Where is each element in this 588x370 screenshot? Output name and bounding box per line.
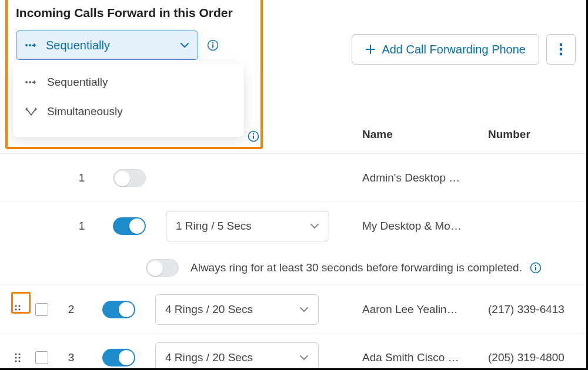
svg-point-25 <box>18 356 20 358</box>
info-icon[interactable] <box>247 130 260 143</box>
svg-point-19 <box>18 308 20 310</box>
row-number: (217) 339-6413 <box>488 303 564 316</box>
row-checkbox[interactable] <box>35 351 48 364</box>
svg-point-0 <box>25 44 28 46</box>
forwarding-rows: 1 Admin's Desktop … 1 1 Ring / 5 Secs My… <box>0 154 586 370</box>
svg-rect-4 <box>212 45 213 48</box>
svg-point-9 <box>29 81 31 83</box>
svg-point-1 <box>29 44 31 46</box>
svg-point-23 <box>18 353 20 355</box>
row-number: (205) 319-4800 <box>488 351 564 364</box>
order-number: 3 <box>56 351 86 364</box>
ring-duration-select[interactable]: 1 Ring / 5 Secs <box>166 211 329 241</box>
always-ring-toggle[interactable] <box>146 259 179 277</box>
drag-handle-icon[interactable] <box>14 352 27 363</box>
svg-point-16 <box>15 305 16 307</box>
svg-point-20 <box>15 312 16 314</box>
kebab-icon <box>559 43 563 56</box>
call-forwarding-panel: Incoming Calls Forward in this Order Seq… <box>0 0 588 370</box>
active-toggle[interactable] <box>102 301 135 318</box>
svg-point-6 <box>560 48 563 51</box>
forward-mode-dropdown: Sequentially Simultaneously <box>13 64 243 137</box>
order-number: 1 <box>67 220 96 233</box>
forward-mode-select[interactable]: Sequentially <box>16 31 198 60</box>
table-row: 1 Admin's Desktop … <box>0 154 586 202</box>
column-number: Number <box>488 128 530 141</box>
chevron-down-icon <box>299 307 309 312</box>
ring-duration-value: 4 Rings / 20 Secs <box>165 351 253 364</box>
ring-duration-select[interactable]: 4 Rings / 20 Secs <box>155 294 319 325</box>
info-icon[interactable] <box>206 39 219 52</box>
ring-duration-value: 4 Rings / 20 Secs <box>165 303 253 316</box>
ring-duration-select[interactable]: 4 Rings / 20 Secs <box>155 342 319 370</box>
add-call-forwarding-button[interactable]: Add Call Forwarding Phone <box>352 34 539 65</box>
chevron-down-icon <box>310 223 319 229</box>
order-number: 1 <box>67 171 96 184</box>
svg-point-26 <box>15 360 16 362</box>
svg-point-3 <box>212 42 213 43</box>
section-title: Incoming Calls Forward in this Order <box>16 6 574 20</box>
table-row: 1 1 Ring / 5 Secs My Desktop & Mo… <box>0 202 586 250</box>
table-row: 3 4 Rings / 20 Secs Ada Smith Cisco … (2… <box>0 334 586 370</box>
simultaneous-icon <box>25 107 39 116</box>
sequential-icon <box>25 41 38 49</box>
row-name: My Desktop & Mo… <box>362 220 480 233</box>
sequential-icon <box>25 78 39 86</box>
table-row: 2 4 Rings / 20 Secs Aaron Lee Yealin… (2… <box>0 285 586 334</box>
more-actions-button[interactable] <box>546 34 576 65</box>
column-name: Name <box>362 128 393 141</box>
chevron-down-icon <box>180 42 189 48</box>
svg-rect-15 <box>535 267 536 270</box>
add-button-label: Add Call Forwarding Phone <box>382 43 526 56</box>
svg-point-14 <box>535 264 536 265</box>
plus-icon <box>365 44 376 55</box>
svg-point-21 <box>18 312 20 314</box>
dropdown-option-label: Sequentially <box>47 76 108 89</box>
svg-point-18 <box>15 308 16 310</box>
active-toggle[interactable] <box>113 169 146 187</box>
svg-rect-12 <box>253 136 254 139</box>
svg-point-5 <box>560 43 563 46</box>
drag-handle-icon[interactable] <box>14 304 27 315</box>
svg-point-24 <box>15 356 16 358</box>
row-name: Ada Smith Cisco … <box>362 351 480 364</box>
dropdown-option-sequentially[interactable]: Sequentially <box>13 68 243 97</box>
row-name: Aaron Lee Yealin… <box>362 303 480 316</box>
svg-point-8 <box>25 81 28 83</box>
row-name: Admin's Desktop … <box>362 171 480 184</box>
svg-point-27 <box>18 360 20 362</box>
info-icon[interactable] <box>529 261 542 274</box>
always-ring-row: Always ring for at least 30 seconds befo… <box>0 250 586 285</box>
chevron-down-icon <box>299 355 309 361</box>
ring-duration-value: 1 Ring / 5 Secs <box>176 220 252 233</box>
row-checkbox[interactable] <box>35 303 48 316</box>
active-toggle[interactable] <box>102 349 135 366</box>
svg-point-11 <box>253 133 254 134</box>
always-ring-text: Always ring for at least 30 seconds befo… <box>191 261 522 274</box>
forward-mode-label: Sequentially <box>46 39 180 52</box>
svg-point-7 <box>560 53 563 56</box>
svg-point-22 <box>15 353 16 355</box>
svg-point-17 <box>18 305 20 307</box>
dropdown-option-simultaneously[interactable]: Simultaneously <box>13 97 243 126</box>
dropdown-option-label: Simultaneously <box>47 105 123 118</box>
order-number: 2 <box>56 303 86 316</box>
active-toggle[interactable] <box>113 217 146 235</box>
